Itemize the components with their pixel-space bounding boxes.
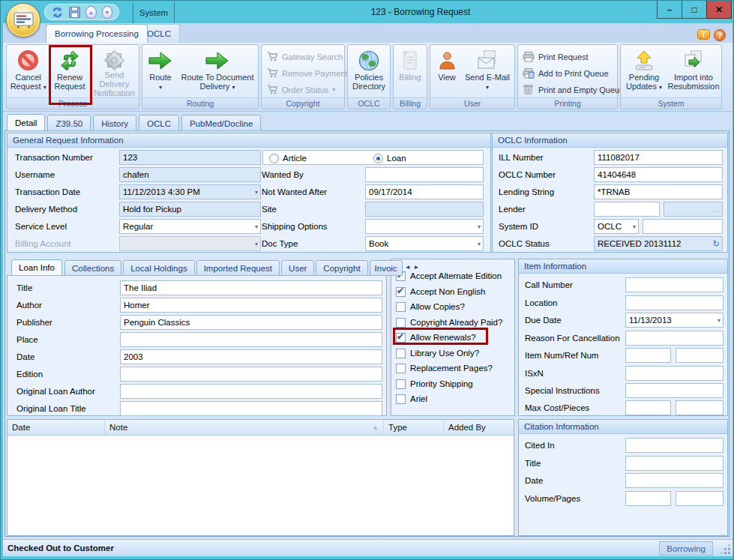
system-id-combo[interactable]: OCLC▾ <box>594 219 639 234</box>
checkbox-library-use-only[interactable]: Library Use Only? <box>396 346 479 361</box>
titlebar[interactable]: ▲ ▼ System 123 - Borrowing Request – □ ✕ <box>1 1 734 23</box>
tab-collections[interactable]: Collections <box>64 260 121 276</box>
tab-scroll-right-icon[interactable]: ► <box>412 264 421 271</box>
oclc-number-field[interactable]: 41404648 <box>594 167 723 182</box>
oclc-status-field[interactable]: RECEIVED 20131112↻ <box>594 236 723 251</box>
author-field[interactable]: Homer <box>120 298 382 313</box>
tab-copyright[interactable]: Copyright <box>316 260 367 276</box>
tab-loan-info[interactable]: Loan Info <box>11 259 62 276</box>
help-icon[interactable]: ? <box>714 29 726 41</box>
tab-z3950[interactable]: Z39.50 <box>47 115 91 131</box>
due-date-combo[interactable]: 11/13/2013▾ <box>625 313 724 328</box>
column-header-date[interactable]: Date <box>7 420 105 435</box>
date-field[interactable]: 2003 <box>120 349 382 364</box>
route-button[interactable]: Route▾ <box>143 46 178 97</box>
max-cost-field[interactable] <box>625 400 671 415</box>
billing-account-combo[interactable]: ▾ <box>119 236 261 251</box>
tab-borrowing-processing[interactable]: Borrowing Processing <box>46 24 148 43</box>
location-field[interactable] <box>625 295 724 310</box>
lender-lookup-field[interactable]: … <box>664 202 723 217</box>
item-num-field[interactable] <box>625 348 671 363</box>
original-loan-author-field[interactable] <box>120 384 382 399</box>
column-header-note[interactable]: Note▲ <box>105 420 384 435</box>
ref-num-field[interactable] <box>676 348 724 363</box>
cancel-request-button[interactable]: Cancel Request ▾ <box>7 46 49 97</box>
tab-imported-request[interactable]: Imported Request <box>196 260 280 276</box>
gateway-search-button[interactable]: Gateway Search <box>265 49 347 64</box>
call-number-field[interactable] <box>625 277 724 292</box>
close-button[interactable]: ✕ <box>706 1 732 19</box>
shipping-options-combo[interactable]: ▾ <box>365 219 484 234</box>
lender-field[interactable] <box>594 202 660 217</box>
system-menu-tab[interactable]: System <box>133 2 175 23</box>
site-field[interactable] <box>365 202 484 217</box>
service-level-combo[interactable]: Regular▾ <box>119 219 261 234</box>
wanted-by-field[interactable] <box>365 167 484 182</box>
collapse-up-icon[interactable]: ▲ <box>85 6 97 19</box>
send-email-button[interactable]: Send E-Mail▾ <box>463 46 512 97</box>
ill-number-field[interactable]: 111082017 <box>594 150 723 165</box>
citation-date-field[interactable] <box>625 473 724 488</box>
lending-string-field[interactable]: *TRNAB <box>594 184 723 199</box>
delivery-method-field[interactable]: Hold for Pickup <box>119 202 261 217</box>
import-into-resubmission-button[interactable]: Import into Resubmission <box>667 46 721 97</box>
tab-scroll-left-icon[interactable]: ◄ <box>403 264 412 271</box>
info-bubble-icon[interactable]: i <box>697 29 710 40</box>
add-to-print-queue-button[interactable]: Add to Print Queue <box>522 66 624 80</box>
reason-for-cancellation-field[interactable] <box>625 331 724 346</box>
publisher-field[interactable]: Penguin Classics <box>120 315 382 330</box>
maximize-button[interactable]: □ <box>682 1 707 19</box>
print-request-button[interactable]: Print Request <box>522 49 624 64</box>
print-and-empty-queue-button[interactable]: Print and Empty Queue <box>522 82 624 97</box>
edition-field[interactable] <box>120 367 382 382</box>
tab-history[interactable]: History <box>93 115 136 131</box>
pending-updates-button[interactable]: Pending Updates ▾ <box>622 46 667 97</box>
transaction-date-combo[interactable]: 11/12/2013 4:30 PM▾ <box>119 184 261 199</box>
system-id-extra-field[interactable] <box>643 219 723 234</box>
tab-user[interactable]: User <box>281 260 314 276</box>
route-to-document-delivery-button[interactable]: Route To Document Delivery ▾ <box>178 46 257 97</box>
volume-field[interactable] <box>625 491 671 506</box>
special-instructions-field[interactable] <box>625 383 724 398</box>
remove-payment-button[interactable]: Remove Payment <box>265 66 347 80</box>
checkbox-accept-non-english[interactable]: Accept Non English <box>396 284 485 299</box>
tab-pubmed-docline[interactable]: PubMed/Docline <box>181 115 261 131</box>
view-user-button[interactable]: View <box>431 46 463 97</box>
doc-type-combo[interactable]: Book▾ <box>365 236 484 251</box>
radio-loan[interactable]: Loan <box>373 152 406 164</box>
billing-button[interactable]: Billing <box>394 46 426 97</box>
refresh-icon[interactable] <box>51 7 64 18</box>
tab-detail[interactable]: Detail <box>7 114 45 131</box>
checkbox-priority-shipping[interactable]: Priority Shipping <box>396 376 473 391</box>
pages-field[interactable] <box>676 491 724 506</box>
column-header-added-by[interactable]: Added By <box>444 420 514 435</box>
minimize-button[interactable]: – <box>657 1 682 19</box>
citation-title-field[interactable] <box>625 456 724 471</box>
cited-in-field[interactable] <box>625 438 724 453</box>
checkbox-ariel[interactable]: Ariel <box>396 391 427 406</box>
tab-local-holdings[interactable]: Local Holdings <box>123 260 194 276</box>
tab-invoice[interactable]: Invoic <box>370 260 403 276</box>
radio-article[interactable]: Article <box>269 152 307 164</box>
pieces-field[interactable] <box>676 400 724 415</box>
policies-directory-button[interactable]: Policies Directory <box>349 46 389 97</box>
notes-table-body[interactable] <box>7 436 514 535</box>
place-field[interactable] <box>120 332 382 347</box>
transaction-number-field[interactable]: 123 <box>119 150 261 165</box>
column-header-type[interactable]: Type <box>384 420 444 435</box>
send-delivery-notification-button[interactable]: Send Delivery Notification <box>91 46 138 97</box>
not-wanted-after-field[interactable]: 09/17/2014 <box>365 184 484 199</box>
isxn-field[interactable] <box>625 366 724 381</box>
title-field[interactable]: The Iliad <box>120 280 382 295</box>
username-field[interactable]: chafen <box>119 167 261 182</box>
refresh-status-icon[interactable]: ↻ <box>713 238 720 250</box>
expand-down-icon[interactable]: ▼ <box>102 6 113 19</box>
order-status-button[interactable]: Order Status ▾ <box>265 82 347 97</box>
tab-oclc-detail[interactable]: OCLC <box>139 115 179 131</box>
checkbox-allow-copies[interactable]: Allow Copies? <box>396 299 465 314</box>
checkbox-replacement-pages[interactable]: Replacement Pages? <box>396 361 493 376</box>
resize-grip[interactable] <box>721 544 731 555</box>
original-loan-title-field[interactable] <box>120 401 382 416</box>
application-menu-button[interactable] <box>6 3 40 37</box>
save-icon[interactable] <box>69 7 80 18</box>
